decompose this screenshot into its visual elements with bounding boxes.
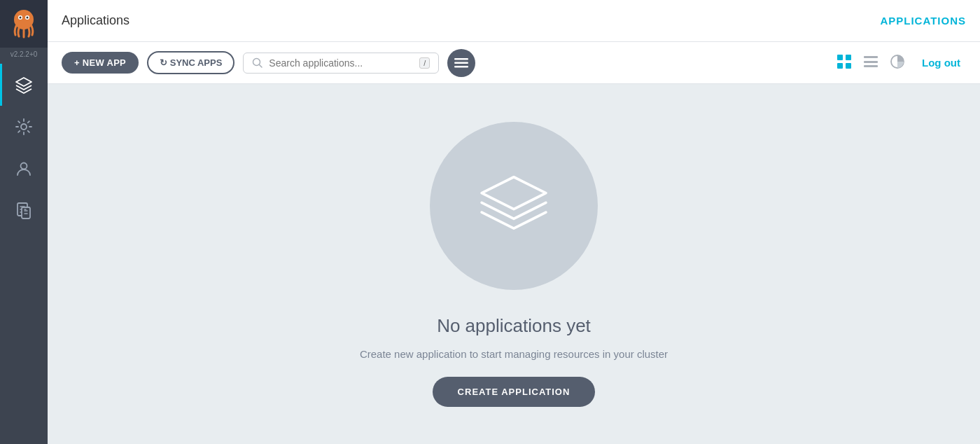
empty-layers-icon [468, 167, 559, 244]
sidebar: v2.2.2+0 [0, 0, 48, 444]
layers-icon [15, 76, 33, 94]
toolbar: + NEW APP ↻ SYNC APPS / [48, 42, 980, 84]
svg-rect-17 [864, 56, 878, 58]
topbar-right: APPLICATIONS [880, 15, 966, 27]
search-shortcut: / [419, 57, 430, 69]
sidebar-item-user[interactable] [0, 148, 48, 190]
empty-state-icon-circle [430, 122, 598, 290]
gear-icon [15, 118, 33, 136]
chart-view-button[interactable] [887, 51, 908, 74]
new-app-button[interactable]: + NEW APP [62, 52, 139, 74]
svg-rect-19 [864, 65, 878, 67]
empty-state-container: No applications yet Create new applicati… [48, 84, 980, 444]
empty-state-subtitle: Create new application to start managing… [360, 348, 668, 360]
sidebar-item-docs[interactable] [0, 190, 48, 232]
list-icon [863, 54, 878, 69]
list-view-button[interactable] [860, 51, 881, 74]
svg-point-4 [27, 17, 29, 19]
svg-rect-12 [454, 66, 468, 68]
app-section-label: APPLICATIONS [880, 15, 966, 27]
empty-state-title: No applications yet [437, 315, 591, 337]
logout-button[interactable]: Log out [916, 54, 966, 71]
grid-icon [836, 54, 852, 69]
docs-icon [15, 202, 33, 220]
sidebar-item-apps[interactable] [0, 64, 48, 106]
search-icon [252, 57, 263, 69]
svg-point-3 [20, 17, 22, 19]
sync-apps-button[interactable]: ↻ SYNC APPS [147, 51, 234, 74]
main-content: Applications APPLICATIONS + NEW APP ↻ SY… [48, 0, 980, 444]
sidebar-item-settings[interactable] [0, 106, 48, 148]
create-application-button[interactable]: CREATE APPLICATION [433, 377, 596, 407]
grid-view-button[interactable] [834, 51, 855, 74]
pie-chart-icon [890, 54, 905, 69]
sidebar-version: v2.2.2+0 [10, 48, 38, 64]
svg-rect-18 [864, 61, 878, 63]
search-container: / [243, 53, 439, 74]
topbar: Applications APPLICATIONS [48, 0, 980, 42]
svg-rect-11 [454, 62, 468, 64]
page-title: Applications [62, 13, 130, 28]
svg-rect-16 [846, 63, 851, 69]
view-toggle [834, 51, 908, 74]
svg-rect-13 [837, 55, 843, 60]
menu-button[interactable] [447, 49, 475, 77]
svg-point-5 [21, 124, 27, 130]
user-icon [15, 160, 33, 178]
search-input[interactable] [269, 57, 414, 69]
svg-point-6 [21, 163, 27, 169]
svg-rect-15 [837, 63, 843, 69]
svg-rect-10 [454, 58, 468, 60]
svg-rect-14 [846, 55, 851, 60]
sidebar-nav [0, 64, 48, 444]
sidebar-logo [0, 0, 48, 48]
argo-logo-icon [8, 8, 39, 39]
menu-icon [454, 58, 468, 68]
